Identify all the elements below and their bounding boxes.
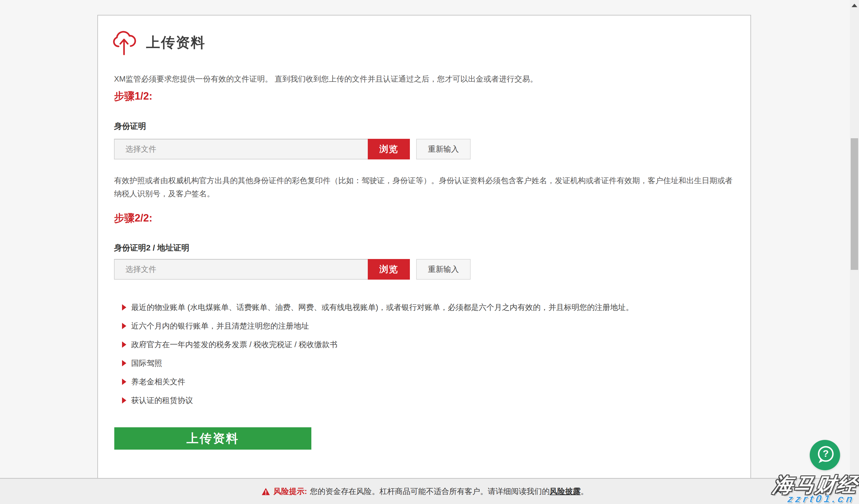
identity-reset-button[interactable]: 重新输入 bbox=[416, 139, 471, 159]
intro-text: XM监管必须要求您提供一份有效的文件证明。 直到我们收到您上传的文件并且认证通过… bbox=[114, 74, 538, 84]
checklist-item: 最近的物业账单 (水电煤账单、话费账单、油费、网费、或有线电视账单)，或者银行对… bbox=[122, 303, 633, 311]
help-chat-button[interactable]: ? bbox=[810, 440, 840, 470]
address-file-input[interactable] bbox=[114, 259, 368, 280]
upload-card: 上传资料 XM监管必须要求您提供一份有效的文件证明。 直到我们收到您上传的文件并… bbox=[97, 15, 751, 489]
accepted-documents-checklist: 最近的物业账单 (水电煤账单、话费账单、油费、网费、或有线电视账单)，或者银行对… bbox=[122, 303, 633, 415]
checklist-item: 国际驾照 bbox=[122, 359, 633, 367]
address-browse-button[interactable]: 浏览 bbox=[368, 259, 410, 280]
risk-warning-suffix: 。 bbox=[581, 486, 588, 497]
row-gap bbox=[410, 259, 416, 280]
cloud-upload-icon bbox=[112, 29, 136, 56]
svg-text:?: ? bbox=[823, 448, 829, 459]
identity-proof-label: 身份证明 bbox=[114, 121, 146, 132]
identity-file-row: 浏览 重新输入 bbox=[114, 139, 471, 159]
risk-warning-text: 您的资金存在风险。杠杆商品可能不适合所有客户。请详细阅读我们的 bbox=[310, 486, 549, 497]
checklist-item-text: 政府官方在一年内签发的税务发票 / 税收完税证 / 税收缴款书 bbox=[131, 341, 337, 349]
address-proof-label: 身份证明2 / 地址证明 bbox=[114, 242, 189, 253]
question-bubble-icon: ? bbox=[810, 440, 840, 470]
scroll-up-arrow-icon[interactable] bbox=[852, 4, 857, 7]
address-file-row: 浏览 重新输入 bbox=[114, 259, 471, 280]
checklist-item-text: 养老金相关文件 bbox=[131, 378, 185, 386]
bullet-arrow-icon bbox=[122, 397, 126, 404]
upload-documents-page: 上传资料 XM监管必须要求您提供一份有效的文件证明。 直到我们收到您上传的文件并… bbox=[0, 0, 859, 504]
bullet-arrow-icon bbox=[122, 304, 126, 311]
checklist-item: 近六个月内的银行账单，并且清楚注明您的注册地址 bbox=[122, 322, 633, 330]
risk-warning-bar: 风险提示: 您的资金存在风险。杠杆商品可能不适合所有客户。请详细阅读我们的 风险… bbox=[0, 478, 850, 504]
risk-warning-label: 风险提示: bbox=[273, 486, 307, 497]
bullet-arrow-icon bbox=[122, 342, 126, 348]
bullet-arrow-icon bbox=[122, 379, 126, 385]
scrollbar-thumb[interactable] bbox=[851, 138, 858, 270]
address-reset-button[interactable]: 重新输入 bbox=[416, 259, 471, 280]
bullet-arrow-icon bbox=[122, 360, 126, 366]
identity-requirements-text: 有效护照或者由权威机构官方出具的其他身份证件的彩色复印件（比如：驾驶证，身份证等… bbox=[114, 174, 736, 200]
page-title: 上传资料 bbox=[146, 33, 206, 52]
warning-triangle-icon bbox=[261, 488, 270, 495]
bullet-arrow-icon bbox=[122, 323, 126, 329]
checklist-item: 获认证的租赁协议 bbox=[122, 396, 633, 405]
identity-file-input[interactable] bbox=[114, 139, 368, 159]
step2-heading: 步骤2/2: bbox=[114, 211, 152, 225]
checklist-item-text: 最近的物业账单 (水电煤账单、话费账单、油费、网费、或有线电视账单)，或者银行对… bbox=[131, 303, 633, 311]
checklist-item-text: 获认证的租赁协议 bbox=[131, 396, 193, 405]
scrollbar-track[interactable] bbox=[850, 0, 859, 504]
checklist-item-text: 国际驾照 bbox=[131, 359, 162, 367]
risk-disclosure-link[interactable]: 风险披露 bbox=[549, 486, 581, 497]
row-gap bbox=[410, 139, 416, 159]
checklist-item-text: 近六个月内的银行账单，并且清楚注明您的注册地址 bbox=[131, 322, 309, 330]
checklist-item: 养老金相关文件 bbox=[122, 378, 633, 386]
step1-heading: 步骤1/2: bbox=[114, 89, 152, 103]
checklist-item: 政府官方在一年内签发的税务发票 / 税收完税证 / 税收缴款书 bbox=[122, 341, 633, 349]
upload-submit-button[interactable]: 上传资料 bbox=[114, 427, 311, 450]
watermark-url: zzrt01.cn bbox=[787, 493, 856, 504]
identity-browse-button[interactable]: 浏览 bbox=[368, 139, 410, 159]
